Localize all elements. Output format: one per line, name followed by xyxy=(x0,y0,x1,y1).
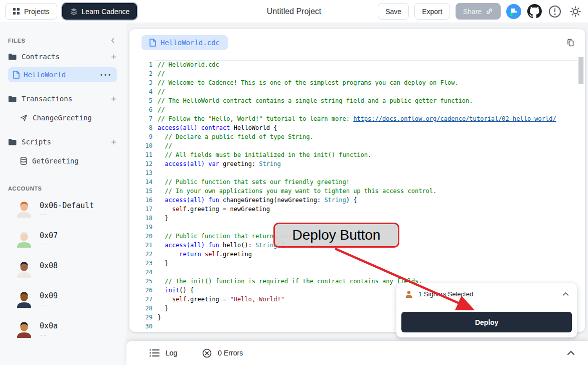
sidebar-item-changegreeting[interactable]: ChangeGreeting xyxy=(0,110,126,125)
signers-header[interactable]: 1 Signers Selected xyxy=(396,283,577,305)
add-contract-button[interactable]: + xyxy=(111,52,116,61)
avatar xyxy=(15,260,33,280)
share-label: Share xyxy=(463,8,482,16)
annotation-deploy-button-callout: Deploy Button xyxy=(273,223,399,248)
signers-label: 1 Signers Selected xyxy=(418,290,473,298)
flow-logo-icon xyxy=(506,4,521,19)
log-tab[interactable]: Log xyxy=(150,349,177,357)
account-item-0x06[interactable]: 0x06-Default-- xyxy=(0,195,126,225)
log-label: Log xyxy=(166,349,177,357)
github-button[interactable] xyxy=(527,4,542,19)
save-label: Save xyxy=(385,8,401,16)
copy-code-button[interactable] xyxy=(563,35,578,50)
add-transaction-button[interactable]: + xyxy=(111,94,116,103)
grid-icon xyxy=(13,8,20,15)
sidebar-section-transactions[interactable]: Transactions + xyxy=(0,91,126,106)
section-label: Contracts xyxy=(22,53,60,61)
folder-icon xyxy=(8,53,17,60)
deploy-button-wrap: Deploy xyxy=(396,305,577,337)
accounts-header: ACCOUNTS xyxy=(0,184,126,193)
account-subtitle: -- xyxy=(40,301,58,308)
list-icon xyxy=(150,349,160,357)
theme-toggle-button[interactable] xyxy=(568,4,583,19)
share-button[interactable]: Share xyxy=(456,3,501,20)
add-script-button[interactable]: + xyxy=(111,137,116,146)
account-item-0x09[interactable]: 0x09-- xyxy=(0,285,126,315)
file-label: ChangeGreeting xyxy=(33,114,92,122)
annotation-label: Deploy Button xyxy=(292,227,381,243)
files-label: FILES xyxy=(8,38,25,44)
top-bar: Projects Learn Cadence Untitled Project … xyxy=(0,0,588,23)
tab-helloworld-cdc[interactable]: HelloWorld.cdc xyxy=(141,35,228,50)
account-subtitle: -- xyxy=(40,271,58,278)
folder-icon xyxy=(8,138,17,145)
folder-icon xyxy=(8,95,17,102)
file-icon xyxy=(13,71,20,79)
avatar xyxy=(15,290,33,310)
chevron-up-icon xyxy=(562,292,569,296)
cadence-icon xyxy=(70,8,78,16)
sidebar-item-getgreeting[interactable]: GetGreeting xyxy=(0,153,126,168)
chevron-left-icon xyxy=(109,37,116,44)
section-label: Scripts xyxy=(22,138,51,146)
signers-collapse-button[interactable] xyxy=(562,292,569,296)
file-options-button[interactable]: ••• xyxy=(100,72,112,78)
avatar xyxy=(15,320,33,340)
errors-indicator[interactable]: 0 Errors xyxy=(202,348,243,358)
info-icon xyxy=(548,5,561,18)
send-icon xyxy=(20,114,28,121)
line-numbers: 1234567891011121314151617181920212223242… xyxy=(129,60,153,331)
file-explorer-sidebar: FILES Contracts + HelloWorld ••• Transac… xyxy=(0,23,126,365)
editor-scrollbar-thumb[interactable] xyxy=(578,57,583,84)
file-label: HelloWorld xyxy=(24,71,66,79)
account-address: 0x0a xyxy=(40,321,58,330)
account-item-0x08[interactable]: 0x08-- xyxy=(0,255,126,285)
github-icon xyxy=(527,4,542,19)
deploy-button[interactable]: Deploy xyxy=(401,312,572,332)
file-label: GetGreeting xyxy=(32,157,79,165)
sun-icon xyxy=(569,6,581,18)
learn-cadence-button[interactable]: Learn Cadence xyxy=(62,3,137,20)
copy-icon xyxy=(566,38,575,47)
account-subtitle: -- xyxy=(40,211,94,218)
sidebar-item-helloworld[interactable]: HelloWorld ••• xyxy=(8,67,117,82)
link-icon xyxy=(486,8,493,15)
avatar xyxy=(15,200,33,220)
account-subtitle: -- xyxy=(40,331,58,338)
chevron-up-icon xyxy=(567,350,575,355)
avatar xyxy=(15,230,33,250)
account-address: 0x08 xyxy=(40,261,58,270)
error-circle-icon xyxy=(202,348,212,358)
flow-logo-button[interactable] xyxy=(506,4,521,19)
projects-button[interactable]: Projects xyxy=(5,3,57,20)
person-icon xyxy=(404,290,413,299)
logbar-collapse-button[interactable] xyxy=(567,350,575,355)
editor-tab-bar: HelloWorld.cdc xyxy=(129,29,585,53)
projects-label: Projects xyxy=(24,8,50,16)
accounts-list: 0x06-Default-- 0x07-- 0x08-- 0x09-- 0x0a… xyxy=(0,195,126,345)
header-actions: Save Export Share xyxy=(378,3,583,20)
account-item-0x0a[interactable]: 0x0a-- xyxy=(0,315,126,345)
account-item-0x07[interactable]: 0x07-- xyxy=(0,225,126,255)
deploy-panel: 1 Signers Selected Deploy xyxy=(396,283,577,337)
log-bar: Log 0 Errors xyxy=(126,341,588,365)
database-icon xyxy=(20,157,27,165)
errors-label: 0 Errors xyxy=(218,349,243,357)
files-header: FILES xyxy=(0,37,126,44)
sidebar-section-scripts[interactable]: Scripts + xyxy=(0,134,126,149)
tab-label: HelloWorld.cdc xyxy=(161,39,220,47)
export-label: Export xyxy=(422,8,442,16)
collapse-sidebar-button[interactable] xyxy=(109,37,116,44)
section-label: Transactions xyxy=(22,95,72,103)
learn-cadence-label: Learn Cadence xyxy=(82,8,130,16)
export-button[interactable]: Export xyxy=(414,3,450,20)
sidebar-section-contracts[interactable]: Contracts + xyxy=(0,49,126,64)
account-address: 0x06-Default xyxy=(40,201,94,210)
file-icon xyxy=(150,39,156,47)
account-subtitle: -- xyxy=(40,241,58,248)
save-button[interactable]: Save xyxy=(378,3,409,20)
accounts-label: ACCOUNTS xyxy=(8,186,42,192)
account-address: 0x07 xyxy=(40,231,58,240)
account-address: 0x09 xyxy=(40,291,58,300)
info-button[interactable] xyxy=(547,4,562,19)
